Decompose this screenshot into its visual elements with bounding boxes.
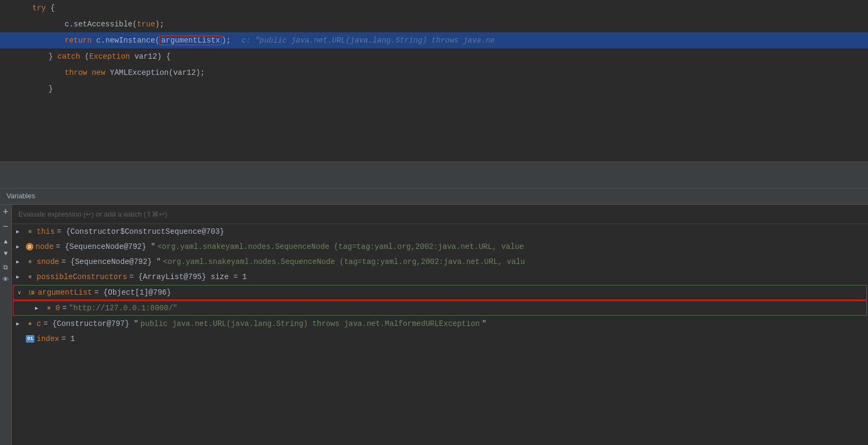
keyword-new: new [92,68,105,77]
var-name-al: argumentList [38,288,92,297]
code-text: { [46,4,55,12]
expand-arrow-al0[interactable]: ▶ [35,305,43,311]
code-text: ); [155,20,164,29]
expand-arrow-node[interactable]: ▶ [16,244,24,250]
var-equals-this: = {Constructor$ConstructSequence@703} [57,227,225,236]
var-side-toolbar: + − ▲ ▼ ⧉ 👁 [0,205,12,445]
eval-placeholder: Evaluate expression (↩) or add a watch (… [18,210,167,218]
remove-watch-button[interactable]: − [3,222,9,232]
variables-body: + − ▲ ▼ ⧉ 👁 Evaluate expression (↩) or a… [0,205,868,445]
var-row-node[interactable]: ▶ p node = {SequenceNode@792} " <org.yam… [12,239,868,254]
up-button[interactable]: ▲ [4,238,8,246]
keyword-return: return [65,36,92,45]
code-line-try: try { [0,0,868,16]
hint-text: c: "public java.net.URL(java.lang.String… [241,36,494,45]
var-string-node: <org.yaml.snakeyaml.nodes.SequenceNode (… [157,242,524,251]
var-quote-c: " [482,319,486,328]
expand-arrow-c[interactable]: ▶ [16,321,24,327]
var-row-possibleConstructors[interactable]: ▶ ≡ possibleConstructors = {ArrayList@79… [12,269,868,284]
eye-icon[interactable]: 👁 [2,276,9,284]
main-container: try { c.setAccessible( true ); return c.… [0,0,868,445]
code-line-return: return c.newInstance( argumentListx ); c… [0,32,868,48]
var-row-index[interactable]: ▶ 01 index = 1 [12,331,868,346]
code-text: ); [222,36,231,45]
var-equals-c: = {Constructor@797} " [43,319,138,328]
icon-lines-snode: ≡ [26,258,34,266]
var-name-index: index [37,335,59,343]
icon-lines-this: ≡ [26,227,34,236]
variables-header: Variables [0,189,868,205]
variables-list: ▶ ≡ this = {Constructor$ConstructSequenc… [12,224,868,346]
section-divider [0,162,868,189]
code-text: } [48,52,58,61]
var-equals-pc: = {ArrayList@795} size = 1 [129,273,247,281]
icon-lines-al0: ≡ [45,304,53,312]
code-text: var12) { [130,52,171,61]
icon-lines-al: ⁝≡ [29,289,34,297]
evaluate-bar: Evaluate expression (↩) or add a watch (… [12,205,868,224]
keyword-true: true [137,20,155,29]
variables-panel: Variables + − ▲ ▼ ⧉ 👁 Evaluate expressio… [0,189,868,445]
var-equals-index: = 1 [61,335,75,343]
variables-title: Variables [6,192,35,200]
icon-01-index: 01 [26,335,34,343]
var-equals-snode: = {SequenceNode@792} " [61,258,161,266]
var-equals-al0: = [62,304,66,312]
expand-arrow-snode[interactable]: ▶ [16,259,24,265]
var-equals-node: = {SequenceNode@792} " [56,242,156,251]
var-name-c: c [37,319,41,328]
code-line-throw: throw new YAMLException(var12); [0,65,868,81]
var-row-argumentList-0[interactable]: ▶ ≡ 0 = "http://127.0.0.1:8000/" [13,301,867,316]
keyword-exception: Exception [89,52,130,61]
icon-lines-pc: ≡ [26,273,34,281]
code-text [87,68,92,77]
code-text: c.newInstance( [92,36,159,45]
var-value-al0: "http://127.0.0.1:8000/" [69,304,178,312]
code-text: c.setAccessible( [65,20,137,29]
var-name-al0: 0 [55,304,60,312]
var-name-pc: possibleConstructors [37,273,127,281]
var-row-snode[interactable]: ▶ ≡ snode = {SequenceNode@792} " <org.ya… [12,254,868,269]
var-name-snode: snode [37,258,59,266]
var-equals-al: = {Object[1]@796} [94,288,171,297]
icon-lines-c: ≡ [26,319,34,328]
code-text: ( [80,52,89,61]
code-line-setaccessible: c.setAccessible( true ); [0,16,868,32]
keyword-try: try [32,4,46,12]
code-line-catch: } catch ( Exception var12) { [0,48,868,65]
copy-icon[interactable]: ⧉ [3,264,8,272]
var-row-c[interactable]: ▶ ≡ c = {Constructor@797} " public java.… [12,316,868,331]
code-text: } [48,85,53,93]
expand-arrow-al[interactable]: ∨ [18,289,25,296]
var-string-snode: <org.yaml.snakeyaml.nodes.SequenceNode (… [163,258,525,266]
var-name-node: node [36,242,54,251]
var-content: Evaluate expression (↩) or add a watch (… [12,205,868,445]
keyword-throw: throw [65,68,87,77]
var-name-this: this [37,227,55,236]
code-line-close: } [0,81,868,97]
expand-arrow-this[interactable]: ▶ [16,228,24,235]
icon-p-node: p [26,243,33,251]
add-watch-button[interactable]: + [3,207,9,218]
keyword-catch: catch [58,52,80,61]
var-string-c: public java.net.URL(java.lang.String) th… [141,319,480,328]
var-row-this[interactable]: ▶ ≡ this = {Constructor$ConstructSequenc… [12,224,868,239]
var-row-argumentList[interactable]: ∨ ⁝≡ argumentList = {Object[1]@796} [13,285,867,300]
down-button[interactable]: ▼ [4,250,8,258]
expand-arrow-pc[interactable]: ▶ [16,274,24,280]
code-text: YAMLException(var12); [106,68,205,77]
argument-box: argumentListx [159,36,221,45]
code-section: try { c.setAccessible( true ); return c.… [0,0,868,162]
